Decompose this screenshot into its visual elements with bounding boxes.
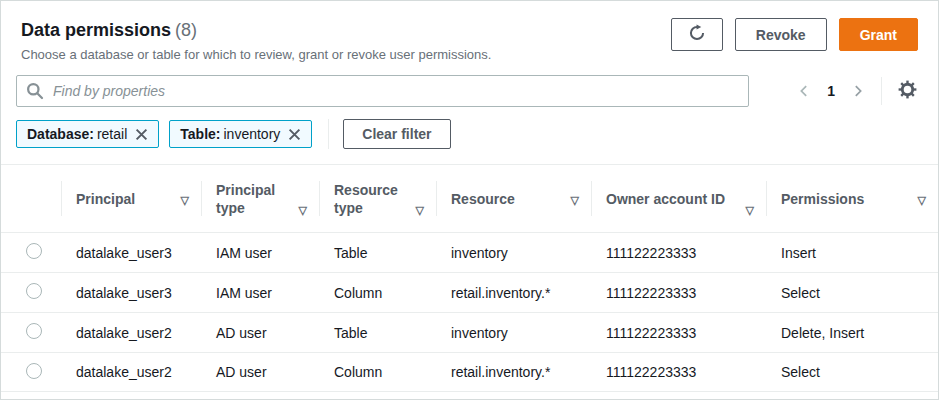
cell-principal: datalake_user3	[61, 245, 201, 261]
cell-principal: datalake_user2	[61, 325, 201, 341]
search-box	[16, 75, 749, 107]
search-row: 1	[16, 75, 922, 107]
column-header-owner-account-id[interactable]: Owner account ID ▽	[591, 165, 766, 232]
table-row: datalake_user3 IAM user Table inventory …	[1, 232, 938, 272]
cell-principal: datalake_user3	[61, 285, 201, 301]
chevron-right-icon	[851, 84, 865, 98]
sort-icon[interactable]: ▽	[571, 195, 579, 206]
row-select-cell	[1, 323, 61, 342]
sort-icon[interactable]: ▽	[918, 195, 926, 206]
cell-principal-type: AD user	[201, 325, 319, 341]
current-page-number[interactable]: 1	[821, 83, 841, 99]
column-header-resource[interactable]: Resource ▽	[436, 165, 591, 232]
search-input[interactable]	[16, 75, 749, 107]
cell-resource-type: Table	[319, 325, 436, 341]
column-header-label: Permissions	[781, 190, 864, 208]
column-header-label: Resource	[451, 190, 515, 208]
cell-resource-type: Column	[319, 285, 436, 301]
row-select-cell	[1, 363, 61, 382]
sort-icon[interactable]: ▽	[299, 205, 307, 216]
item-count: (8)	[175, 20, 197, 40]
grant-button[interactable]: Grant	[839, 18, 918, 51]
cell-principal-type: AD user	[201, 364, 319, 380]
filter-chip-label: Table:	[180, 126, 220, 142]
column-header-label: Resource type	[334, 181, 410, 217]
page-title: Data permissions(8)	[21, 18, 491, 42]
cell-permissions: Select	[766, 285, 938, 301]
toolbar-divider	[881, 77, 882, 105]
filter-chip-label: Database:	[27, 126, 94, 142]
sort-icon[interactable]: ▽	[746, 205, 754, 216]
remove-database-filter-button[interactable]	[134, 127, 149, 142]
filter-chip-value: inventory	[223, 126, 280, 142]
column-header-permissions[interactable]: Permissions ▽	[766, 165, 938, 232]
refresh-icon	[688, 24, 706, 45]
gear-icon	[898, 80, 917, 102]
table-row: datalake_user2 AD user Column retail.inv…	[1, 352, 938, 392]
column-header-label: Owner account ID	[606, 190, 725, 208]
cell-owner-account-id: 111122223333	[591, 285, 766, 301]
page-header: Data permissions(8) Choose a database or…	[1, 1, 938, 62]
refresh-button[interactable]	[671, 18, 723, 51]
cell-principal-type: IAM user	[201, 245, 319, 261]
cell-permissions: Delete, Insert	[766, 325, 938, 341]
preferences-button[interactable]	[892, 76, 922, 106]
cell-resource: retail.inventory.*	[436, 364, 591, 380]
column-header-principal[interactable]: Principal ▽	[61, 165, 201, 232]
row-select-cell	[1, 243, 61, 262]
close-icon	[135, 128, 148, 141]
column-header-resource-type[interactable]: Resource type ▽	[319, 165, 436, 232]
sort-icon[interactable]: ▽	[416, 205, 424, 216]
cell-resource: inventory	[436, 245, 591, 261]
search-icon	[26, 82, 44, 104]
filter-row: Database:retail Table:inventory Clear fi…	[16, 119, 922, 149]
previous-page-button[interactable]	[791, 78, 817, 104]
cell-permissions: Select	[766, 364, 938, 380]
filter-chip-database: Database:retail	[16, 120, 159, 148]
pagination: 1	[791, 78, 871, 104]
next-page-button[interactable]	[845, 78, 871, 104]
cell-owner-account-id: 111122223333	[591, 245, 766, 261]
cell-resource: inventory	[436, 325, 591, 341]
revoke-button[interactable]: Revoke	[735, 18, 827, 51]
table-row: datalake_user2 AD user Table inventory 1…	[1, 312, 938, 352]
sort-icon[interactable]: ▽	[181, 195, 189, 206]
table-row: datalake_user3 IAM user Column retail.in…	[1, 272, 938, 312]
filter-divider	[328, 119, 329, 149]
page-subtitle: Choose a database or table for which to …	[21, 47, 491, 62]
cell-permissions: Insert	[766, 245, 938, 261]
remove-table-filter-button[interactable]	[287, 127, 302, 142]
row-radio-button[interactable]	[26, 283, 42, 299]
cell-principal: datalake_user2	[61, 364, 201, 380]
close-icon	[288, 128, 301, 141]
cell-owner-account-id: 111122223333	[591, 364, 766, 380]
row-radio-button[interactable]	[26, 243, 42, 259]
chevron-left-icon	[797, 84, 811, 98]
row-select-cell	[1, 283, 61, 302]
header-actions: Revoke Grant	[671, 18, 918, 51]
row-radio-button[interactable]	[26, 363, 42, 379]
cell-resource-type: Table	[319, 245, 436, 261]
filter-chip-table: Table:inventory	[169, 120, 312, 148]
header-text-block: Data permissions(8) Choose a database or…	[21, 18, 491, 62]
column-header-principal-type[interactable]: Principal type ▽	[201, 165, 319, 232]
cell-resource-type: Column	[319, 364, 436, 380]
cell-resource: retail.inventory.*	[436, 285, 591, 301]
clear-filter-button[interactable]: Clear filter	[343, 119, 450, 149]
cell-owner-account-id: 111122223333	[591, 325, 766, 341]
permissions-table: Principal ▽ Principal type ▽ Resource ty…	[1, 164, 938, 392]
table-header-row: Principal ▽ Principal type ▽ Resource ty…	[1, 165, 938, 232]
column-header-label: Principal	[76, 190, 135, 208]
cell-principal-type: IAM user	[201, 285, 319, 301]
filter-chip-value: retail	[97, 126, 127, 142]
column-header-label: Principal type	[216, 181, 293, 217]
page-title-text: Data permissions	[21, 20, 171, 40]
row-radio-button[interactable]	[26, 323, 42, 339]
